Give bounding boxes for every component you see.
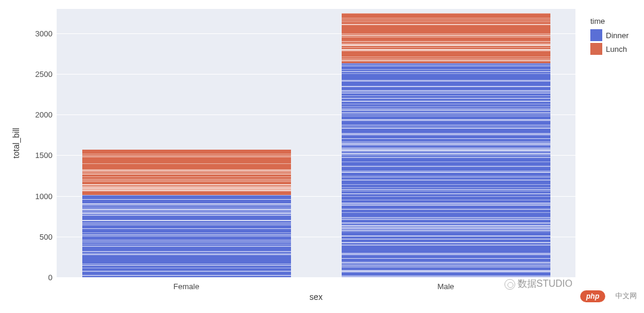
legend-swatch-dinner: [590, 29, 602, 41]
logo-suffix: 中文网: [615, 291, 637, 301]
watermark-text: 数据STUDIO: [518, 278, 572, 289]
ytick-label: 2500: [0, 70, 52, 79]
legend-item-dinner: Dinner: [590, 29, 628, 41]
bar-segment-lunch: [342, 13, 550, 64]
ytick-label: 3000: [0, 29, 52, 38]
xtick-label: Female: [174, 282, 199, 291]
watermark: 数据STUDIO: [504, 278, 572, 290]
legend-label-lunch: Lunch: [606, 45, 627, 54]
ytick-label: 500: [0, 232, 52, 241]
legend-item-lunch: Lunch: [590, 43, 628, 55]
logo-badge: php: [580, 290, 605, 302]
bar-segment-dinner: [342, 63, 550, 277]
ytick-label: 1500: [0, 151, 52, 160]
legend-swatch-lunch: [590, 43, 602, 55]
gridline: [57, 277, 575, 278]
ytick-label: 2000: [0, 110, 52, 119]
watermark-icon: [504, 279, 515, 290]
ytick-label: 1000: [0, 191, 52, 200]
legend-title: time: [590, 17, 628, 26]
x-axis-label: sex: [309, 292, 323, 302]
ytick-label: 0: [0, 273, 52, 282]
bar-segment-lunch: [82, 150, 291, 195]
legend: time Dinner Lunch: [590, 17, 628, 57]
xtick-label: Male: [437, 282, 454, 291]
plot-area: [57, 9, 575, 277]
legend-label-dinner: Dinner: [606, 31, 628, 40]
chart-container: [57, 9, 575, 277]
bar-segment-dinner: [82, 195, 291, 277]
